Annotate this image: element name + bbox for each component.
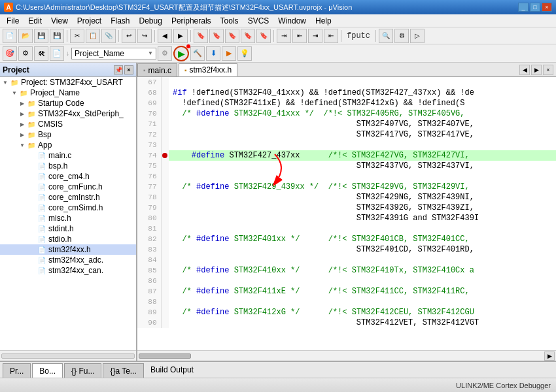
menu-tools[interactable]: Tools (217, 15, 243, 27)
tab-stm32h[interactable]: ▪ stm32f4xx.h (179, 63, 237, 76)
editor-hscroll-thumb[interactable] (139, 353, 191, 359)
rebuild-button[interactable]: ▶ (173, 46, 189, 61)
sidebar-item-corecmsimd[interactable]: ▶ 📄 core_cmSimd.h (0, 203, 136, 213)
target-button[interactable]: 🎯 (3, 46, 17, 61)
bottom-tab-project[interactable]: Pr... (3, 363, 31, 378)
window-controls[interactable]: _ □ × (518, 3, 552, 12)
sidebar-hscroll[interactable] (0, 350, 136, 361)
bottom-tab-build[interactable]: Bo... (32, 363, 63, 378)
sidebar-item-cmsis[interactable]: ▶ 📁 CMSIS (0, 119, 136, 129)
copy-button[interactable]: 📋 (86, 29, 100, 43)
breakpoint-col[interactable] (161, 129, 169, 140)
sidebar-close-button[interactable]: × (124, 65, 133, 74)
save-button[interactable]: 💾 (34, 29, 48, 43)
sidebar-item-stm32can[interactable]: ▶ 📄 stm32f4xx_can. (0, 265, 136, 276)
tree-root[interactable]: ▼ 📁 Project: STM32F4xx_USART (0, 77, 136, 88)
breakpoint-col[interactable] (161, 297, 169, 307)
unindent2-button[interactable]: ⇤ (324, 29, 338, 43)
sidebar-item-corecminstr[interactable]: ▶ 📄 core_cmInstr.h (0, 192, 136, 203)
menu-project[interactable]: Project (73, 15, 105, 27)
menu-view[interactable]: View (47, 15, 72, 27)
sidebar-hscroll-thumb[interactable] (1, 353, 135, 359)
unindent-button[interactable]: ⇤ (292, 29, 307, 43)
breakpoint-col[interactable] (161, 192, 169, 203)
bottom-tab-funcs[interactable]: {} Fu... (64, 363, 101, 378)
breakpoint-col[interactable] (161, 276, 169, 286)
options-button[interactable]: ⚙ (18, 46, 33, 61)
menu-window[interactable]: Window (274, 15, 310, 27)
indent-button[interactable]: ⇥ (277, 29, 291, 43)
breakpoint-col[interactable] (161, 150, 169, 161)
maximize-button[interactable]: □ (530, 3, 540, 12)
breakpoint-col[interactable] (161, 171, 169, 182)
close-button[interactable]: × (542, 3, 552, 12)
sidebar-item-stdperiph[interactable]: ▶ 📁 STM32F4xx_StdPeriph_ (0, 108, 136, 119)
breakpoint-col[interactable] (161, 119, 169, 129)
breakpoint-col[interactable] (161, 223, 169, 234)
sidebar-item-misch[interactable]: ▶ 📄 misc.h (0, 213, 136, 223)
redo-button[interactable]: ↪ (137, 29, 152, 43)
open-file-button[interactable]: 📂 (18, 29, 33, 43)
cut-button[interactable]: ✂ (70, 29, 84, 43)
breakpoint-col[interactable] (161, 108, 169, 119)
bottom-tab-templates[interactable]: {}a Te... (103, 363, 143, 378)
sidebar-item-stm32adc[interactable]: ▶ 📄 stm32f4xx_adc. (0, 255, 136, 265)
breakpoint-col[interactable] (161, 307, 169, 318)
menu-file[interactable]: File (3, 15, 23, 27)
sidebar-item-stdioh[interactable]: ▶ 📄 stdio.h (0, 234, 136, 244)
sidebar-item-corecm4[interactable]: ▶ 📄 core_cm4.h (0, 171, 136, 182)
breakpoint-col[interactable] (161, 161, 169, 171)
breakpoint-col[interactable] (161, 286, 169, 297)
breakpoint-col[interactable] (161, 255, 169, 265)
sidebar-item-stdintt[interactable]: ▶ 📄 stdint.h (0, 223, 136, 234)
project-name-box[interactable]: Project_Name ▼ (71, 48, 156, 59)
sidebar-item-mainc[interactable]: ▶ 📄 main.c (0, 150, 136, 161)
tab-nav-left-button[interactable]: ◀ (519, 65, 530, 75)
file-button[interactable]: 📄 (50, 46, 64, 61)
extra-btn[interactable]: 💡 (237, 46, 252, 61)
bookmark-button[interactable]: 🔖 (194, 29, 208, 43)
menu-edit[interactable]: Edit (24, 15, 46, 27)
undo-button[interactable]: ↩ (122, 29, 136, 43)
debug-btn[interactable]: ▶ (222, 46, 236, 61)
more-button[interactable]: ▷ (410, 29, 425, 43)
breakpoint-col[interactable] (161, 244, 169, 255)
sidebar-item-app[interactable]: ▼ 📁 App (0, 140, 136, 150)
indent2-button[interactable]: ⇥ (308, 29, 322, 43)
new-file-button[interactable]: 📄 (3, 29, 17, 43)
bookmark3-button[interactable]: 🔖 (225, 29, 239, 43)
nav-back-button[interactable]: ◀ (158, 29, 172, 43)
minimize-button[interactable]: _ (518, 3, 529, 12)
search-button[interactable]: 🔍 (379, 29, 393, 43)
breakpoint-col[interactable] (161, 234, 169, 244)
breakpoint-col[interactable] (161, 98, 169, 108)
sidebar-item-corecmfunc[interactable]: ▶ 📄 core_cmFunc.h (0, 182, 136, 192)
tab-mainc[interactable]: ▪ main.c (137, 63, 177, 76)
options2-button[interactable]: 🛠 (34, 46, 48, 61)
tree-project-name[interactable]: ▼ 📁 Project_Name (0, 88, 136, 98)
scroll-right-button[interactable]: ▶ (544, 351, 555, 361)
bookmark5-button[interactable]: 🔖 (256, 29, 271, 43)
save-all-button[interactable]: 💾 (50, 29, 64, 43)
menu-flash[interactable]: Flash (107, 15, 133, 27)
download-btn[interactable]: ⬇ (206, 46, 220, 61)
sidebar-item-startup-code[interactable]: ▶ 📁 Startup Code (0, 98, 136, 108)
breakpoint-col[interactable] (161, 77, 169, 88)
menu-help[interactable]: Help (311, 15, 336, 27)
breakpoint-col[interactable] (161, 265, 169, 276)
menu-debug[interactable]: Debug (135, 15, 166, 27)
sidebar-item-bsph[interactable]: ▶ 📄 bsp.h (0, 161, 136, 171)
tab-nav-right-button[interactable]: ▶ (531, 65, 542, 75)
paste-button[interactable]: 📎 (101, 29, 116, 43)
bookmark2-button[interactable]: 🔖 (209, 29, 224, 43)
breakpoint-col[interactable] (161, 88, 169, 98)
editor-hscroll[interactable]: ▶ (137, 350, 556, 361)
settings-button[interactable]: ⚙ (394, 29, 409, 43)
menu-svcs[interactable]: SVCS (244, 15, 273, 27)
tab-close-button[interactable]: × (543, 65, 553, 75)
nav-fwd-button[interactable]: ▶ (173, 29, 188, 43)
breakpoint-col[interactable] (161, 213, 169, 223)
bookmark4-button[interactable]: 🔖 (241, 29, 255, 43)
config-btn[interactable]: ⚙ (158, 46, 172, 61)
sidebar-item-bsp[interactable]: ▶ 📁 Bsp (0, 129, 136, 140)
